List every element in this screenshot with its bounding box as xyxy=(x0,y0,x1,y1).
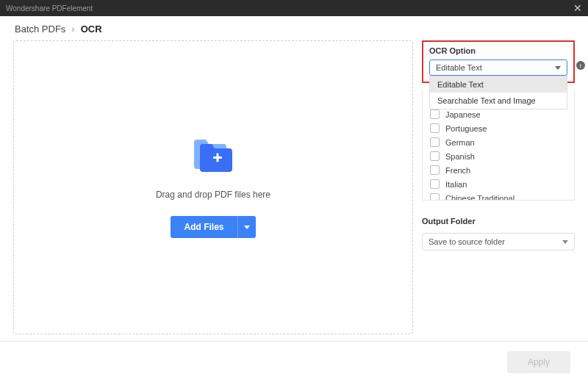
ocr-option-label: OCR Option xyxy=(429,46,567,55)
add-files-dropdown-button[interactable] xyxy=(237,216,256,238)
checkbox-icon[interactable] xyxy=(430,179,440,189)
apply-button[interactable]: Apply xyxy=(507,351,570,373)
info-icon[interactable]: i xyxy=(576,61,585,70)
chevron-right-icon: › xyxy=(71,24,74,35)
language-item[interactable]: Spanish xyxy=(423,149,574,163)
breadcrumb: Batch PDFs › OCR xyxy=(0,16,588,40)
drop-hint-text: Drag and drop PDF files here xyxy=(156,190,270,200)
options-panel: OCR Option Editable Text Editable Text S… xyxy=(422,40,575,334)
checkbox-icon[interactable] xyxy=(430,165,440,175)
checkbox-icon[interactable] xyxy=(430,123,440,133)
language-item[interactable]: German xyxy=(423,135,574,149)
output-folder-label: Output Folder xyxy=(422,217,575,226)
language-item[interactable]: French xyxy=(423,163,574,177)
checkbox-icon[interactable] xyxy=(430,151,440,161)
ocr-option-dropdown: Editable Text Searchable Text and Image xyxy=(429,76,567,109)
ocr-option-selected: Editable Text xyxy=(436,63,482,72)
language-item[interactable]: Italian xyxy=(423,177,574,191)
language-item[interactable]: Chinese Traditional xyxy=(423,191,574,201)
ocr-option-select[interactable]: Editable Text xyxy=(429,60,567,76)
output-folder-select[interactable]: Save to source folder xyxy=(422,233,575,251)
chevron-down-icon xyxy=(562,240,568,244)
close-icon[interactable]: ✕ xyxy=(573,2,582,14)
language-item[interactable]: Portuguese xyxy=(423,121,574,135)
add-files-button[interactable]: Add Files xyxy=(171,216,237,238)
svg-rect-1 xyxy=(217,154,219,162)
checkbox-icon[interactable] xyxy=(430,109,440,119)
ocr-option-box: OCR Option Editable Text Editable Text S… xyxy=(422,40,575,83)
chevron-down-icon xyxy=(555,66,561,70)
checkbox-icon[interactable] xyxy=(430,137,440,147)
chevron-down-icon xyxy=(244,226,250,229)
titlebar: Wondershare PDFelement ✕ xyxy=(0,0,588,16)
output-folder-selected: Save to source folder xyxy=(429,237,505,246)
app-title: Wondershare PDFelement xyxy=(6,4,93,12)
breadcrumb-current: OCR xyxy=(81,24,102,35)
ocr-option-item[interactable]: Searchable Text and Image xyxy=(430,93,567,109)
footer: Apply xyxy=(0,341,588,382)
file-dropzone[interactable]: Drag and drop PDF files here Add Files xyxy=(13,40,413,334)
add-folder-icon xyxy=(193,137,234,175)
ocr-option-item[interactable]: Editable Text xyxy=(430,76,567,93)
breadcrumb-parent[interactable]: Batch PDFs xyxy=(15,24,65,35)
checkbox-icon[interactable] xyxy=(430,193,440,201)
